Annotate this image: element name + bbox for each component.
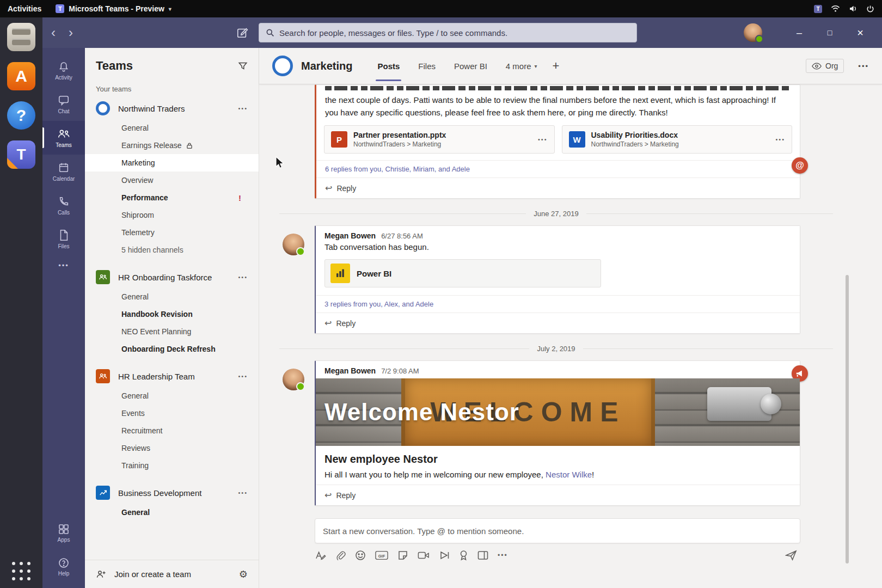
at-mention-badge[interactable]: @: [792, 157, 808, 174]
minimize-button[interactable]: –: [786, 17, 812, 48]
praise-icon[interactable]: [459, 550, 468, 561]
reply-button[interactable]: ↩ Reply: [316, 485, 800, 505]
file-card-pptx[interactable]: P Partner presentation.pptx NorthwindTra…: [324, 125, 555, 154]
author-name[interactable]: Megan Bowen: [324, 231, 376, 240]
join-or-create-button[interactable]: Join or create a team: [114, 569, 191, 579]
app-a-icon[interactable]: A: [7, 62, 35, 90]
replies-summary[interactable]: 6 replies from you, Christie, Miriam, an…: [316, 160, 800, 177]
stream-icon[interactable]: [439, 550, 450, 560]
channel-shiproom[interactable]: Shiproom: [85, 206, 259, 224]
hidden-channels-link[interactable]: 5 hidden channels: [85, 241, 259, 259]
team-more-icon[interactable]: •••: [238, 373, 248, 379]
rail-item-chat[interactable]: Chat: [42, 87, 85, 121]
team-more-icon[interactable]: •••: [238, 105, 248, 112]
activities-button[interactable]: Activities: [8, 4, 41, 13]
channel-more-icon[interactable]: •••: [858, 62, 869, 70]
file-card-docx[interactable]: W Usability Priorities.docx NorthwindTra…: [562, 125, 793, 154]
wifi-icon[interactable]: [831, 5, 840, 13]
power-icon[interactable]: [866, 5, 874, 13]
channel-general[interactable]: General: [85, 387, 259, 405]
back-button[interactable]: ‹: [51, 25, 56, 40]
tab-files[interactable]: Files: [418, 48, 436, 84]
channel-general[interactable]: General: [85, 504, 259, 521]
lock-icon: [186, 142, 193, 149]
show-applications-button[interactable]: [12, 562, 30, 580]
channel-events[interactable]: Events: [85, 405, 259, 422]
channel-overview[interactable]: Overview: [85, 171, 259, 189]
attach-icon[interactable]: [335, 550, 346, 561]
rail-item-activity[interactable]: Activity: [42, 53, 85, 87]
teams-tray-icon[interactable]: T: [814, 5, 822, 13]
your-teams-label[interactable]: Your teams: [85, 77, 259, 97]
filter-icon[interactable]: [238, 61, 248, 71]
team-hr-onboarding[interactable]: HR Onboarding Taskforce •••: [85, 266, 259, 288]
teams-dock-icon[interactable]: T: [7, 140, 35, 169]
reply-button[interactable]: ↩ Reply: [316, 313, 800, 333]
rail-item-calendar[interactable]: Calendar: [42, 155, 85, 188]
channel-marketing[interactable]: Marketing: [85, 154, 259, 171]
compose-box[interactable]: [315, 518, 800, 543]
replies-summary[interactable]: 3 replies from you, Alex, and Adele: [316, 295, 800, 313]
org-button[interactable]: Org: [806, 59, 844, 73]
channel-handbook-revision[interactable]: Handbook Revision: [85, 305, 259, 323]
forward-button[interactable]: ›: [69, 25, 73, 40]
send-icon[interactable]: [785, 550, 797, 561]
author-name[interactable]: Megan Bowen: [324, 366, 376, 375]
channel-performance[interactable]: Performance !: [85, 189, 259, 206]
rail-item-teams[interactable]: Teams: [42, 121, 85, 155]
channel-neo-event-planning[interactable]: NEO Event Planning: [85, 323, 259, 340]
date-label: July 2, 2019: [529, 345, 583, 353]
tab-power-bi[interactable]: Power BI: [454, 48, 487, 84]
channel-recruitment[interactable]: Recruitment: [85, 422, 259, 439]
sticker-icon[interactable]: [397, 550, 408, 561]
team-more-icon[interactable]: •••: [238, 274, 248, 280]
channel-earnings-release[interactable]: Earnings Release: [85, 137, 259, 154]
welcome-banner-image[interactable]: WELCOME Welcome Nestor: [316, 378, 800, 446]
compose-more-icon[interactable]: •••: [498, 552, 508, 559]
add-tab-button[interactable]: +: [553, 59, 560, 73]
maximize-button[interactable]: □: [817, 17, 843, 48]
channel-training[interactable]: Training: [85, 457, 259, 474]
rail-item-calls[interactable]: Calls: [42, 188, 85, 222]
power-bi-tab-card[interactable]: Power BI: [324, 259, 601, 287]
team-northwind-traders[interactable]: Northwind Traders •••: [85, 97, 259, 119]
help-app-icon[interactable]: ?: [7, 101, 35, 130]
new-chat-icon[interactable]: [236, 27, 248, 39]
avatar-megan-bowen[interactable]: [283, 234, 304, 255]
rail-item-apps[interactable]: Apps: [42, 516, 85, 550]
meet-now-icon[interactable]: [418, 550, 430, 560]
file-more-icon[interactable]: •••: [775, 136, 785, 143]
file-more-icon[interactable]: •••: [538, 136, 548, 143]
channel-reviews[interactable]: Reviews: [85, 439, 259, 457]
channel-telemetry[interactable]: Telemetry: [85, 224, 259, 241]
user-avatar[interactable]: [744, 23, 762, 42]
rail-item-help[interactable]: Help: [42, 550, 85, 584]
emoji-icon[interactable]: [355, 550, 366, 561]
team-more-icon[interactable]: •••: [238, 489, 248, 496]
tab-more[interactable]: 4 more ▾: [506, 48, 537, 84]
channel-onboarding-deck-refresh[interactable]: Onboarding Deck Refresh: [85, 340, 259, 358]
gear-icon[interactable]: ⚙: [239, 568, 248, 580]
rail-more-icon[interactable]: •••: [42, 256, 85, 274]
files-app-icon[interactable]: [7, 23, 35, 51]
team-hr-leadership[interactable]: HR Leadership Team •••: [85, 365, 259, 387]
channel-general[interactable]: General: [85, 119, 259, 137]
gif-icon[interactable]: GIF: [375, 550, 388, 561]
search-input[interactable]: [279, 28, 630, 38]
close-button[interactable]: ×: [847, 17, 873, 48]
rail-item-files[interactable]: Files: [42, 222, 85, 256]
volume-icon[interactable]: [849, 5, 857, 13]
compose-input[interactable]: [315, 519, 800, 543]
avatar-megan-bowen[interactable]: [283, 369, 304, 390]
search-bar[interactable]: [259, 23, 637, 42]
format-icon[interactable]: [315, 550, 326, 561]
focused-app-menu[interactable]: T Microsoft Teams - Preview ▾: [56, 4, 171, 13]
tabs-icon[interactable]: [477, 550, 488, 560]
reply-button[interactable]: ↩ Reply: [316, 177, 800, 198]
mention-link-nestor-wilke[interactable]: Nestor Wilke: [546, 470, 592, 479]
team-business-development[interactable]: Business Development •••: [85, 482, 259, 504]
composer: GIF: [259, 511, 882, 588]
channel-general[interactable]: General: [85, 288, 259, 305]
scrollbar[interactable]: [846, 275, 849, 564]
tab-posts[interactable]: Posts: [377, 48, 400, 84]
